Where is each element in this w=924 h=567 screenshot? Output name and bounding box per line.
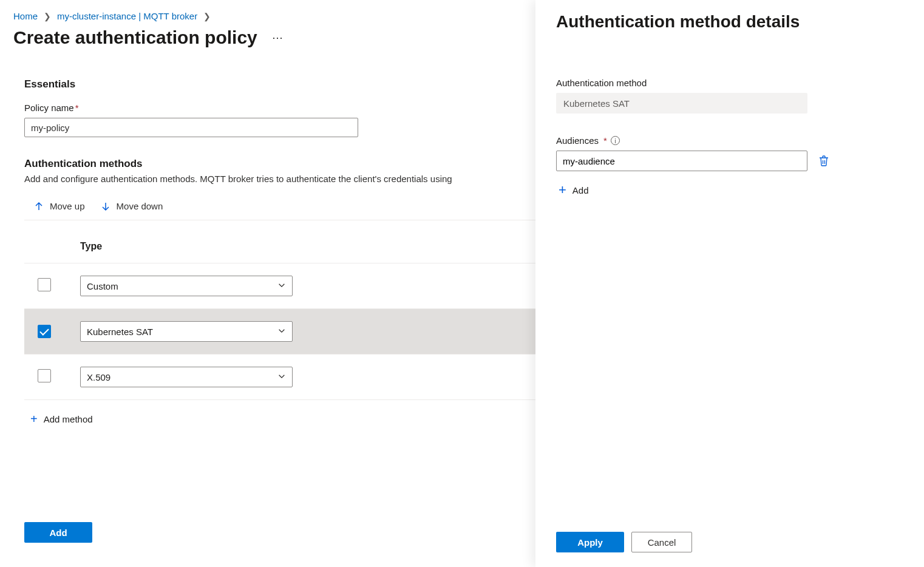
arrow-up-icon (34, 202, 44, 211)
chevron-right-icon: ❯ (203, 12, 211, 21)
cancel-button[interactable]: Cancel (631, 532, 692, 552)
method-display: Kubernetes SAT (556, 93, 807, 114)
apply-button[interactable]: Apply (556, 532, 624, 552)
move-down-button[interactable]: Move down (101, 201, 163, 211)
chevron-down-icon (277, 281, 286, 291)
policy-name-input[interactable] (24, 118, 358, 137)
breadcrumb-cluster[interactable]: my-cluster-instance | MQTT broker (57, 11, 197, 21)
method-label: Authentication method (556, 78, 903, 88)
add-button[interactable]: Add (24, 522, 92, 543)
chevron-down-icon (277, 372, 286, 382)
required-indicator: * (75, 103, 79, 113)
add-audience-button[interactable]: + Add (559, 182, 903, 198)
chevron-down-icon (277, 327, 286, 337)
audiences-label: Audiences * i (556, 135, 903, 146)
details-panel: Authentication method details Authentica… (535, 0, 924, 567)
plus-icon: + (559, 182, 566, 198)
arrow-down-icon (101, 202, 110, 211)
audience-input[interactable] (556, 151, 807, 171)
info-icon[interactable]: i (611, 136, 620, 145)
chevron-right-icon: ❯ (44, 12, 51, 21)
add-method-button[interactable]: + Add method (30, 412, 93, 426)
trash-icon (818, 155, 829, 167)
row-checkbox[interactable] (38, 278, 51, 291)
row-checkbox[interactable] (38, 325, 51, 338)
panel-title: Authentication method details (556, 12, 903, 32)
breadcrumb-home[interactable]: Home (13, 11, 38, 21)
type-select[interactable]: X.509 (80, 367, 293, 387)
more-actions-icon[interactable]: ⋯ (268, 27, 288, 48)
move-up-button[interactable]: Move up (34, 201, 85, 211)
row-checkbox[interactable] (38, 369, 51, 382)
type-select[interactable]: Custom (80, 276, 293, 296)
delete-audience-button[interactable] (818, 155, 829, 167)
plus-icon: + (30, 412, 38, 426)
type-select[interactable]: Kubernetes SAT (80, 321, 293, 342)
required-indicator: * (603, 135, 607, 146)
page-title: Create authentication policy (13, 27, 257, 48)
